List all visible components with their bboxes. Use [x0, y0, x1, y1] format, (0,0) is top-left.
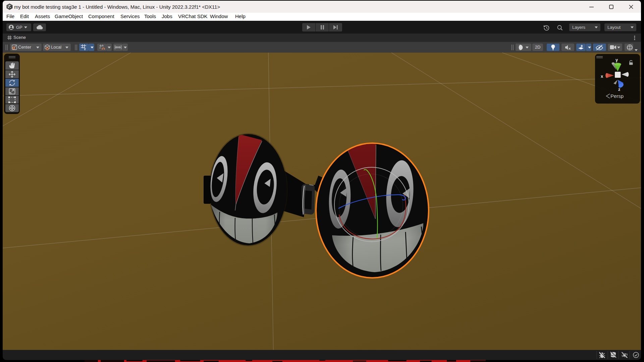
svg-text:y: y [615, 57, 618, 62]
svg-text:Y: Y [84, 48, 86, 51]
svg-text:x: x [601, 74, 603, 79]
svg-text:Persp: Persp [610, 93, 624, 99]
svg-text:z: z [618, 87, 621, 92]
